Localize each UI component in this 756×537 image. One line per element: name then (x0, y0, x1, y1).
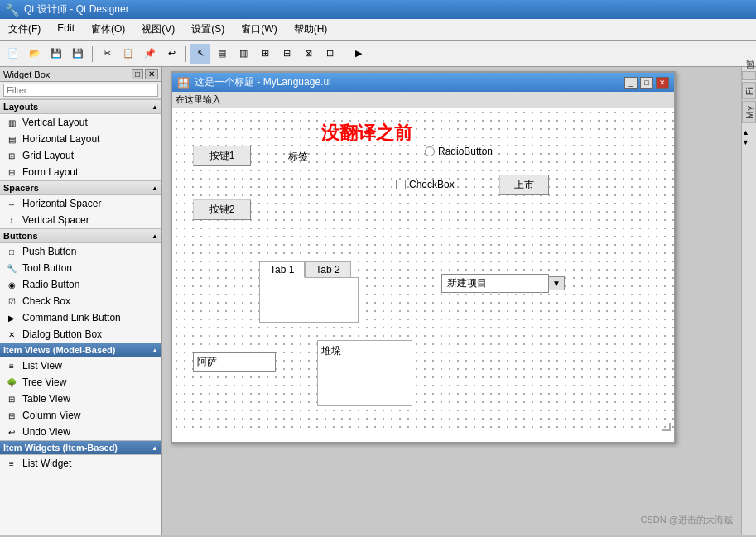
section-spacers-arrow: ▲ (152, 185, 158, 192)
toolbar-saveas[interactable]: 💾 (68, 44, 88, 64)
table-view-label: Table View (22, 393, 70, 405)
filter-input[interactable] (3, 84, 158, 97)
dialog-button-box-label: Dialog Button Box (22, 328, 102, 340)
toolbar-open[interactable]: 📂 (25, 44, 45, 64)
widget-item-vertical-layout[interactable]: ▥ Vertical Layout (0, 114, 161, 131)
tab-2[interactable]: Tab 2 (305, 261, 350, 277)
widget-item-tool-button[interactable]: 🔧 Tool Button (0, 260, 161, 276)
section-spacers[interactable]: Spacers ▲ (0, 180, 161, 195)
widget-item-vertical-spacer[interactable]: ↕ Vertical Spacer (0, 212, 161, 228)
menu-window[interactable]: 窗口(W) (236, 21, 282, 38)
right-tab-properties[interactable]: 属 (742, 71, 756, 80)
menu-view[interactable]: 视图(V) (137, 21, 180, 38)
right-tab-my[interactable]: My (742, 101, 756, 123)
widget-item-form-layout[interactable]: ⊟ Form Layout (0, 164, 161, 180)
check-box-label: Check Box (22, 295, 70, 307)
canvas-lineedit[interactable]: 阿萨 (193, 352, 276, 372)
canvas-radio-button[interactable]: RadioButton (425, 146, 493, 157)
widget-item-horizontal-spacer[interactable]: ↔ Horizontal Spacer (0, 195, 161, 212)
toolbar-save[interactable]: 💾 (46, 44, 66, 64)
widget-box-close-btn[interactable]: ✕ (145, 69, 158, 79)
designer-window-close[interactable]: ✕ (656, 77, 669, 89)
widget-item-horizontal-layout[interactable]: ▤ Horizontal Layout (0, 131, 161, 147)
horizontal-layout-icon: ▤ (5, 132, 18, 146)
toolbar-new[interactable]: 📄 (3, 44, 23, 64)
menu-help[interactable]: 帮助(H) (289, 21, 333, 38)
widget-box-header-buttons: □ ✕ (132, 69, 158, 79)
tool-button-icon: 🔧 (5, 261, 18, 275)
designer-toolbar: 在这里输入 (172, 92, 674, 108)
vertical-spacer-label: Vertical Spacer (22, 214, 89, 226)
widget-item-list-widget[interactable]: ≡ List Widget (0, 455, 161, 472)
canvas-button-2[interactable]: 按键2 (193, 199, 251, 220)
tab-1[interactable]: Tab 1 (259, 261, 305, 278)
toolbar-sep-2 (185, 46, 186, 62)
section-item-views[interactable]: Item Views (Model-Based) ▲ (0, 343, 161, 357)
filter-bar (0, 82, 161, 99)
widget-item-push-button[interactable]: □ Push Button (0, 243, 161, 260)
canvas-stacked-widget: 堆垛 (317, 340, 412, 406)
radio-circle (425, 146, 435, 156)
widget-item-dialog-button-box[interactable]: ✕ Dialog Button Box (0, 326, 161, 343)
combobox-arrow[interactable]: ▼ (549, 276, 565, 290)
widget-item-check-box[interactable]: ☑ Check Box (0, 293, 161, 309)
menu-settings[interactable]: 设置(S) (186, 21, 229, 38)
canvas-area[interactable]: 没翻译之前 按键1 标签 RadioButton 上市 (172, 108, 674, 434)
widget-item-list-view[interactable]: ≡ List View (0, 357, 161, 374)
toolbar-adjust[interactable]: ⊡ (320, 44, 339, 64)
canvas-checkbox[interactable]: CheckBox (396, 179, 455, 190)
widget-box-float-btn[interactable]: □ (132, 69, 143, 79)
toolbar-select[interactable]: ↖ (190, 44, 210, 64)
widget-item-radio-button[interactable]: ◉ Radio Button (0, 276, 161, 293)
section-layouts-arrow: ▲ (152, 103, 158, 111)
menu-form[interactable]: 窗体(O) (86, 21, 130, 38)
widget-item-tree-view[interactable]: 🌳 Tree View (0, 374, 161, 391)
right-side-panel: 属 Fi My ▲ ▼ (741, 67, 756, 535)
section-layouts-label: Layouts (3, 102, 38, 112)
designer-window-maximize[interactable]: □ (640, 77, 653, 89)
toolbar-paste[interactable]: 📌 (140, 44, 160, 64)
list-view-label: List View (22, 360, 62, 372)
designer-subtitle: 在这里输入 (176, 93, 221, 106)
widget-item-command-link-button[interactable]: ▶ Command Link Button (0, 309, 161, 326)
widget-item-table-view[interactable]: ⊞ Table View (0, 391, 161, 407)
stacked-widget-label: 堆垛 (318, 341, 412, 362)
grid-layout-label: Grid Layout (22, 150, 74, 161)
checkbox-box (396, 180, 406, 189)
tree-view-label: Tree View (22, 376, 66, 388)
toolbar-copy[interactable]: 📋 (118, 44, 138, 64)
canvas-button-1[interactable]: 按键1 (193, 146, 251, 166)
section-layouts[interactable]: Layouts ▲ (0, 99, 161, 114)
menu-file[interactable]: 文件(F) (3, 21, 46, 38)
toolbar-preview[interactable]: ▶ (349, 44, 368, 64)
menu-edit[interactable]: Edit (52, 21, 79, 38)
right-tab-fi[interactable]: Fi (742, 82, 756, 99)
toolbar-undo[interactable]: ↩ (161, 44, 181, 64)
section-buttons[interactable]: Buttons ▲ (0, 228, 161, 243)
section-item-widgets-arrow: ▲ (152, 444, 158, 452)
widget-item-undo-view[interactable]: ↩ Undo View (0, 424, 161, 440)
list-view-icon: ≡ (5, 359, 18, 372)
radio-button-text: RadioButton (438, 146, 493, 157)
toolbar-layout-grid[interactable]: ⊞ (255, 44, 275, 64)
combobox-input[interactable]: 新建项目 (441, 274, 549, 293)
toolbar-layout-v[interactable]: ▥ (234, 44, 253, 64)
toolbar-break-layout[interactable]: ⊠ (298, 44, 318, 64)
command-link-button-icon: ▶ (5, 311, 18, 324)
right-arrow-down[interactable]: ▼ (742, 138, 756, 146)
list-widget-label: List Widget (22, 458, 71, 469)
right-arrow-up[interactable]: ▲ (742, 128, 756, 137)
toolbar-layout-h[interactable]: ▤ (212, 44, 232, 64)
section-item-widgets[interactable]: Item Widgets (Item-Based) ▲ (0, 440, 161, 455)
horizontal-spacer-icon: ↔ (5, 197, 18, 210)
widget-item-grid-layout[interactable]: ⊞ Grid Layout (0, 147, 161, 164)
toolbar-cut[interactable]: ✂ (97, 44, 117, 64)
widget-item-column-view[interactable]: ⊟ Column View (0, 407, 161, 424)
push-button-label: Push Button (22, 246, 76, 257)
toolbar-layout-form[interactable]: ⊟ (277, 44, 296, 64)
column-view-icon: ⊟ (5, 409, 18, 422)
canvas-button-3[interactable]: 上市 (499, 175, 549, 195)
designer-window-minimize[interactable]: _ (624, 77, 638, 89)
section-item-widgets-label: Item Widgets (Item-Based) (3, 443, 118, 453)
designer-window-controls: _ □ ✕ (624, 77, 669, 89)
